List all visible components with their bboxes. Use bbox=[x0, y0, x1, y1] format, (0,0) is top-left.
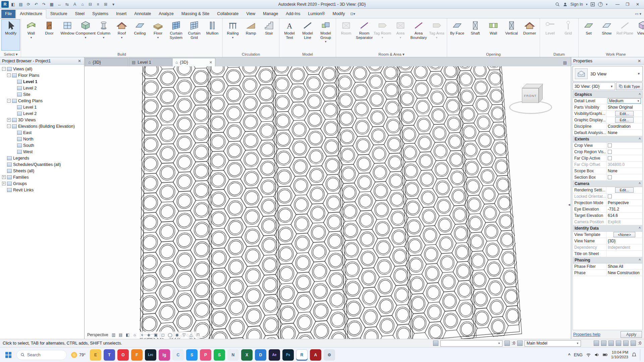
select-underlay-toggle[interactable] bbox=[601, 341, 606, 346]
panel-label-build[interactable]: Build bbox=[21, 51, 222, 57]
combo-caret-icon[interactable]: ▼ bbox=[637, 100, 640, 103]
application-menu-button[interactable]: R bbox=[1, 1, 9, 8]
taskbar-app-teams[interactable]: T bbox=[104, 349, 115, 361]
start-button[interactable] bbox=[3, 349, 14, 361]
property-value[interactable] bbox=[606, 251, 642, 257]
ribbon-tab-file[interactable]: File bbox=[1, 10, 15, 18]
section-collapse-icon[interactable]: ^ bbox=[639, 258, 641, 262]
property-value[interactable]: Show Original bbox=[606, 104, 642, 110]
browser-item-3d-views[interactable]: +3D Views bbox=[1, 117, 84, 123]
ribbon-button-modify[interactable]: Modify bbox=[2, 19, 20, 50]
ribbon-button-mullion[interactable]: Mullion bbox=[203, 19, 221, 50]
ribbon-button-wall[interactable]: Wall bbox=[484, 19, 502, 50]
property-value[interactable]: Show All bbox=[606, 263, 642, 269]
open-button[interactable]: ▤ bbox=[17, 1, 24, 8]
property-value[interactable] bbox=[606, 149, 642, 155]
view-tab-list-icon[interactable]: ▤ bbox=[560, 60, 570, 66]
property-value[interactable]: Medium▼ bbox=[606, 98, 642, 104]
text-button[interactable]: A bbox=[71, 1, 78, 8]
property-value[interactable]: 614.6 bbox=[606, 213, 642, 219]
ribbon-tab-architecture[interactable]: Architecture bbox=[16, 9, 46, 18]
search-icon[interactable] bbox=[555, 2, 560, 7]
view-selector-combo[interactable]: 3D View: {3D}▼ bbox=[573, 82, 615, 90]
browser-item-level-1[interactable]: Level 1 bbox=[1, 104, 84, 110]
taskbar-app-skype[interactable]: S bbox=[186, 349, 198, 361]
type-selector[interactable]: 3D View ▼ bbox=[573, 66, 643, 81]
visual-style-icon[interactable]: ◧ bbox=[125, 332, 131, 338]
tree-expander-icon[interactable]: + bbox=[2, 175, 6, 179]
section-header-graphics[interactable]: Graphics^ bbox=[573, 92, 642, 98]
value-button[interactable]: Edit... bbox=[615, 111, 633, 116]
tree-expander-icon[interactable]: + bbox=[2, 182, 6, 185]
dropdown-caret-icon[interactable]: ▼ bbox=[120, 36, 123, 40]
section-collapse-icon[interactable]: ^ bbox=[639, 93, 641, 97]
ribbon-button-window[interactable]: Window bbox=[58, 19, 76, 50]
property-value[interactable]: Explicit bbox=[606, 219, 642, 225]
type-selector-caret-icon[interactable]: ▼ bbox=[637, 72, 640, 75]
ribbon-button-dormer[interactable]: Dormer bbox=[521, 19, 539, 50]
drawing-view[interactable]: FRONT Perspective ▥▤◧☼◑◈▣◻◯◉▽△⊓ ◄ bbox=[85, 66, 571, 339]
crop-region-icon[interactable]: ◻ bbox=[160, 332, 166, 338]
ribbon-button-column[interactable]: Column▼ bbox=[95, 19, 113, 50]
checkbox-unchecked[interactable] bbox=[608, 194, 612, 198]
thin-lines-button[interactable]: ≡ bbox=[95, 1, 101, 8]
undo-button[interactable]: ↶ bbox=[33, 1, 40, 8]
reveal-hidden-elements-icon[interactable]: ◉ bbox=[174, 332, 180, 338]
browser-item-east[interactable]: East bbox=[1, 129, 84, 136]
taskbar-app-instagram[interactable]: Ig bbox=[159, 349, 170, 361]
switch-windows-button[interactable]: ⊞ bbox=[102, 1, 109, 8]
measure-button[interactable]: ↔ bbox=[56, 1, 63, 8]
value-combo-selected[interactable]: Medium▼ bbox=[608, 98, 641, 104]
property-value[interactable] bbox=[606, 142, 642, 148]
filter-icon[interactable] bbox=[631, 341, 636, 346]
help-caret-icon[interactable]: ▾ bbox=[606, 3, 607, 6]
close-button[interactable]: ✕ bbox=[633, 1, 643, 8]
taskbar-app-opera[interactable]: O bbox=[117, 349, 129, 361]
ribbon-tab-annotate[interactable]: Annotate bbox=[130, 10, 155, 18]
taskbar-app-acrobat[interactable]: A bbox=[310, 349, 321, 361]
taskbar-app-revit[interactable]: R bbox=[296, 349, 308, 361]
property-value[interactable]: Independent bbox=[606, 244, 642, 250]
property-value[interactable] bbox=[606, 174, 642, 180]
browser-item-level-2[interactable]: Level 2 bbox=[1, 110, 84, 117]
tree-expander-icon[interactable]: - bbox=[7, 99, 11, 103]
tree-expander-icon[interactable]: - bbox=[7, 124, 11, 128]
property-value[interactable]: None bbox=[606, 130, 642, 136]
property-value[interactable]: New Construction bbox=[606, 270, 642, 276]
ribbon-button-floor[interactable]: Floor▼ bbox=[149, 19, 167, 50]
ribbon-button-stair[interactable]: Stair bbox=[260, 19, 278, 50]
ribbon-button-component[interactable]: Component▼ bbox=[76, 19, 95, 50]
browser-item-north[interactable]: North bbox=[1, 136, 84, 142]
property-value[interactable]: Edit... bbox=[606, 117, 642, 123]
ribbon-tab-manage[interactable]: Manage bbox=[259, 10, 282, 18]
view-tab-level-1-1[interactable]: ▤Level 1 bbox=[129, 58, 172, 66]
section-collapse-icon[interactable]: ^ bbox=[639, 227, 641, 230]
ribbon-button-ramp[interactable]: Ramp bbox=[242, 19, 260, 50]
panel-label-model[interactable]: Model bbox=[279, 51, 336, 57]
default-3d-view-button[interactable]: ⌂ bbox=[79, 1, 86, 8]
design-options-icon[interactable] bbox=[517, 341, 523, 346]
panel-label-datum[interactable]: Datum bbox=[540, 51, 578, 57]
taskbar-app-lightroom[interactable]: Lrc bbox=[145, 349, 156, 361]
dropdown-caret-icon[interactable]: ▼ bbox=[30, 36, 33, 40]
ribbon-button-wall[interactable]: Wall▼ bbox=[22, 19, 40, 50]
battery-icon[interactable] bbox=[603, 352, 608, 357]
save-button[interactable]: ◧ bbox=[10, 1, 16, 8]
select-links-toggle[interactable] bbox=[594, 341, 599, 346]
property-value[interactable] bbox=[606, 193, 642, 199]
ribbon-tab-lumion[interactable]: Lumion® bbox=[304, 10, 328, 18]
panel-label-select[interactable]: Select ▾ bbox=[1, 51, 21, 57]
view-tab-close-icon[interactable]: ✕ bbox=[209, 60, 212, 65]
property-value[interactable]: None bbox=[606, 168, 642, 174]
rendering-dialog-icon[interactable]: ◈ bbox=[146, 332, 152, 338]
ribbon-button-level[interactable]: Level bbox=[541, 19, 559, 50]
browser-item-legends[interactable]: Legends bbox=[1, 155, 84, 161]
browser-item-south[interactable]: South bbox=[1, 142, 84, 148]
ribbon-tab-steel[interactable]: Steel bbox=[71, 10, 89, 18]
notifications-icon[interactable] bbox=[632, 352, 637, 357]
ribbon-button-area[interactable]: Area▼ bbox=[391, 19, 410, 50]
edit-type-button[interactable]: Edit Type bbox=[616, 82, 643, 90]
tray-chevron-icon[interactable]: ^ bbox=[568, 353, 571, 357]
ribbon-button-model-text[interactable]: AModel Text bbox=[280, 19, 299, 50]
view-tab-3d-2[interactable]: ⌂{3D}✕ bbox=[172, 58, 215, 66]
